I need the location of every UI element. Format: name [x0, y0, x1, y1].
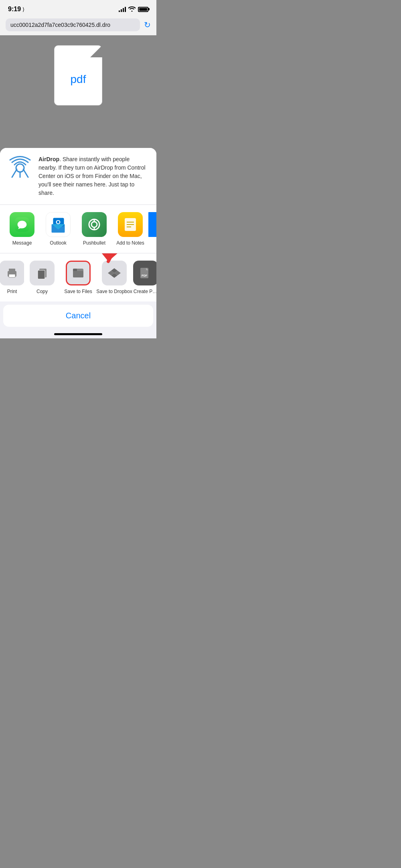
notes-label: Add to Notes — [116, 240, 144, 246]
copy-icon — [30, 261, 55, 285]
app-item-pushbullet[interactable]: Pushbullet — [76, 212, 112, 246]
create-pdf-icon: PDF — [133, 261, 157, 285]
print-icon — [0, 261, 24, 285]
svg-rect-20 — [38, 270, 45, 279]
airdrop-banner: AirDrop. Share instantly with people nea… — [0, 148, 156, 205]
save-to-files-icon — [66, 261, 91, 285]
status-time: 9:19 — [8, 6, 21, 13]
save-to-files-label: Save to Files — [64, 289, 92, 294]
action-item-create-pdf[interactable]: PDF Create P… — [132, 261, 156, 294]
app-item-partial — [148, 212, 156, 246]
pdf-preview-icon: pdf — [54, 45, 102, 105]
action-item-save-to-dropbox[interactable]: Save to Dropbox — [96, 261, 132, 294]
svg-marker-29 — [100, 253, 118, 261]
home-bar — [54, 333, 102, 335]
location-icon: ⟩ — [22, 6, 24, 12]
svg-point-9 — [91, 222, 97, 227]
create-pdf-label: Create P… — [134, 289, 156, 294]
wifi-icon — [128, 6, 136, 13]
action-item-save-to-files[interactable]: Save to Files — [60, 261, 96, 294]
outlook-label: Outlook — [50, 240, 66, 246]
svg-point-0 — [16, 164, 24, 172]
cancel-button[interactable]: Cancel — [3, 305, 153, 327]
airdrop-description: AirDrop. Share instantly with people nea… — [38, 155, 148, 197]
battery-icon — [138, 7, 148, 12]
signal-icon — [119, 6, 126, 12]
partial-app-icon — [148, 212, 156, 237]
cancel-button-wrap: Cancel — [3, 305, 153, 327]
status-icons — [119, 6, 148, 13]
pushbullet-label: Pushbullet — [83, 240, 105, 246]
message-icon — [10, 212, 34, 237]
save-to-dropbox-icon — [102, 261, 127, 285]
airdrop-logo — [8, 155, 32, 181]
print-label: Print — [7, 289, 17, 294]
notes-icon — [118, 212, 143, 237]
app-item-outlook[interactable]: O Outlook — [40, 212, 76, 246]
airdrop-title: AirDrop — [38, 156, 59, 162]
home-indicator — [0, 330, 156, 338]
outlook-icon: O — [46, 212, 71, 237]
action-item-print[interactable]: Print — [0, 261, 24, 294]
share-sheet: AirDrop. Share instantly with people nea… — [0, 148, 156, 338]
action-item-copy[interactable]: Copy — [24, 261, 60, 294]
status-bar: 9:19 ⟩ — [0, 0, 156, 16]
app-item-message[interactable]: Message — [4, 212, 40, 246]
app-item-notes[interactable]: Add to Notes — [112, 212, 148, 246]
svg-rect-23 — [73, 271, 83, 277]
app-row: Message O Outlook — [0, 205, 156, 253]
pdf-label: pdf — [71, 73, 86, 86]
svg-rect-18 — [9, 274, 15, 277]
refresh-button[interactable]: ↻ — [144, 20, 151, 30]
svg-rect-17 — [9, 269, 15, 272]
save-to-dropbox-label: Save to Dropbox — [96, 289, 132, 294]
svg-text:PDF: PDF — [142, 274, 148, 277]
pushbullet-icon — [82, 212, 107, 237]
url-field[interactable]: ucc00012a2d7fa7ce03c9c760425.dl.dro — [6, 18, 140, 31]
bg-content: pdf — [0, 35, 156, 115]
message-label: Message — [12, 240, 32, 246]
url-bar: ucc00012a2d7fa7ce03c9c760425.dl.dro ↻ — [0, 16, 156, 35]
copy-label: Copy — [36, 289, 48, 294]
action-row: Print Copy Save to Files — [0, 253, 156, 301]
